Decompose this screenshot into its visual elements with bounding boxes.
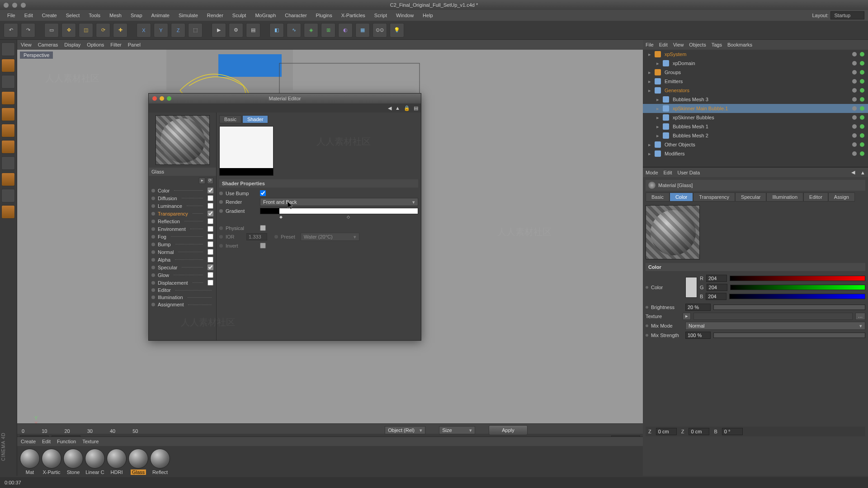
tab-assign[interactable]: Assign: [828, 192, 855, 202]
x-axis-button[interactable]: X: [137, 23, 151, 38]
material-hdri[interactable]: HDRI: [107, 449, 127, 475]
mat-edit[interactable]: Edit: [42, 439, 51, 444]
me-nav-menu-icon[interactable]: ▤: [414, 105, 418, 111]
channel-luminance[interactable]: Luminance: [151, 202, 213, 210]
me-nav-up-icon[interactable]: ▲: [395, 105, 400, 111]
attr-edit[interactable]: Edit: [664, 170, 672, 175]
scale-tool[interactable]: ◫: [79, 23, 93, 38]
obj-view[interactable]: View: [673, 42, 684, 47]
tab-color[interactable]: Color: [670, 192, 693, 202]
layout-dropdown[interactable]: Startup: [830, 11, 864, 19]
mat-create[interactable]: Create: [21, 439, 36, 444]
material-list[interactable]: MatX-ParticStoneLinear CHDRIGlassReflect: [17, 446, 643, 477]
material-editor-titlebar[interactable]: Material Editor: [149, 94, 421, 103]
channel-illumination[interactable]: Illumination: [151, 294, 213, 301]
material-x-partic[interactable]: X-Partic: [42, 449, 61, 475]
channel-color[interactable]: Color: [151, 187, 213, 194]
preset-dropdown[interactable]: Water (20°C): [301, 233, 359, 241]
display-menu[interactable]: Display: [64, 42, 80, 47]
menu-snap[interactable]: Snap: [127, 11, 146, 19]
channel-diffusion[interactable]: Diffusion: [151, 194, 213, 202]
object-bubbles-mesh-1[interactable]: ▸Bubbles Mesh 1: [643, 122, 868, 131]
object-emitters[interactable]: ▸Emitters: [643, 77, 868, 86]
material-mat[interactable]: Mat: [20, 449, 40, 475]
coord-z2-value[interactable]: 0 cm: [689, 428, 709, 435]
render-queue-button[interactable]: ▤: [246, 23, 260, 38]
channel-transparency[interactable]: Transparency: [151, 210, 213, 217]
object-other-objects[interactable]: ▸Other Objects: [643, 140, 868, 149]
tab-illumination[interactable]: Illumination: [766, 192, 803, 202]
model-mode[interactable]: [1, 59, 15, 72]
object-generators[interactable]: ▸Generators: [643, 86, 868, 95]
point-mode[interactable]: [1, 108, 15, 121]
move-tool[interactable]: ✥: [61, 23, 76, 38]
object-xpskinner-bubbles[interactable]: ▸xpSkinner Bubbles: [643, 113, 868, 122]
physical-checkbox[interactable]: [260, 225, 266, 231]
me-material-name[interactable]: Glass: [149, 168, 216, 176]
mixmode-dropdown[interactable]: Normal: [685, 322, 865, 330]
channel-editor[interactable]: Editor: [151, 286, 213, 294]
menu-simulate[interactable]: Simulate: [175, 11, 202, 19]
obj-tags[interactable]: Tags: [712, 42, 722, 47]
menu-mesh[interactable]: Mesh: [106, 11, 125, 19]
mat-texture[interactable]: Texture: [82, 439, 99, 444]
filter-menu[interactable]: Filter: [110, 42, 121, 47]
view-menu[interactable]: View: [21, 42, 32, 47]
poly-mode[interactable]: [1, 140, 15, 154]
cameras-menu[interactable]: Cameras: [38, 42, 58, 47]
axis-mode[interactable]: [1, 156, 15, 170]
color-swatch[interactable]: [685, 277, 697, 298]
light-button[interactable]: 💡: [390, 23, 404, 38]
b-value[interactable]: 204: [706, 293, 726, 300]
menu-plugins[interactable]: Plugins: [312, 11, 336, 19]
brightness-value[interactable]: 20 %: [685, 304, 711, 311]
magnet-button[interactable]: [1, 173, 15, 186]
attr-nav-back-icon[interactable]: ◀: [851, 169, 855, 175]
select-tool[interactable]: ▭: [44, 23, 59, 38]
attr-mode[interactable]: Mode: [646, 170, 658, 175]
tab-specular[interactable]: Specular: [735, 192, 766, 202]
me-traffic-lights[interactable]: [152, 96, 171, 101]
texture-arrow-button[interactable]: ▸: [683, 313, 691, 320]
channel-normal[interactable]: Normal: [151, 248, 213, 256]
mat-function[interactable]: Function: [57, 439, 76, 444]
menu-edit[interactable]: Edit: [21, 11, 37, 19]
environment-button[interactable]: ▦: [355, 23, 370, 38]
menu-render[interactable]: Render: [203, 11, 227, 19]
attr-material-preview[interactable]: [646, 205, 700, 259]
use-bump-checkbox[interactable]: [260, 190, 266, 196]
me-preview[interactable]: [156, 115, 210, 165]
menu-create[interactable]: Create: [38, 11, 61, 19]
render-dropdown[interactable]: Front and Back: [260, 198, 418, 206]
object-modifiers[interactable]: ▸Modifiers: [643, 149, 868, 158]
tab-basic[interactable]: Basic: [646, 192, 670, 202]
snap-button[interactable]: [1, 189, 15, 202]
tab-editor[interactable]: Editor: [803, 192, 828, 202]
menu-file[interactable]: File: [4, 11, 19, 19]
ior-value[interactable]: 1.333: [246, 233, 267, 240]
material-stone[interactable]: Stone: [63, 449, 83, 475]
me-arrow-button[interactable]: ▸: [199, 178, 205, 184]
channel-assignment[interactable]: Assignment: [151, 301, 213, 308]
add-tool[interactable]: ✚: [113, 23, 127, 38]
material-linear c[interactable]: Linear C: [85, 449, 105, 475]
menu-help[interactable]: Help: [419, 11, 437, 19]
menu-animate[interactable]: Animate: [148, 11, 173, 19]
cube-primitive[interactable]: ◧: [269, 23, 284, 38]
channel-specular[interactable]: Specular: [151, 263, 213, 271]
menu-mograph[interactable]: MoGraph: [251, 11, 279, 19]
material-reflect[interactable]: Reflect: [150, 449, 170, 475]
channel-reflection[interactable]: Reflection: [151, 217, 213, 225]
texture-mode[interactable]: [1, 75, 15, 89]
object-xpdomain[interactable]: ▸xpDomain: [643, 59, 868, 68]
render-settings-button[interactable]: ⚙: [229, 23, 243, 38]
z-axis-button[interactable]: Z: [171, 23, 185, 38]
array-button[interactable]: ⊞: [321, 23, 335, 38]
coord-b-value[interactable]: 0 °: [722, 428, 743, 435]
channel-displacement[interactable]: Displacement: [151, 279, 213, 286]
menu-sculpt[interactable]: Sculpt: [229, 11, 250, 19]
coord-button[interactable]: ⬚: [188, 23, 203, 38]
r-value[interactable]: 204: [706, 275, 727, 282]
size-mode-dropdown[interactable]: Size: [439, 426, 475, 434]
object-bubbles-mesh-3[interactable]: ▸Bubbles Mesh 3: [643, 95, 868, 104]
